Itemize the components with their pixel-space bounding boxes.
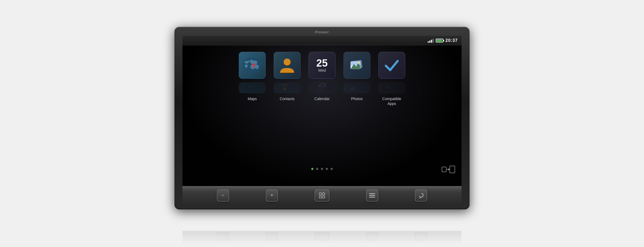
grid-button-reflection <box>314 232 330 240</box>
app-icon-contacts-reflection <box>274 82 301 93</box>
app-label-compatible-apps: CompatibleApps <box>382 96 401 106</box>
screen: 20:37 <box>182 36 462 186</box>
brand-label: Pioneer <box>180 29 464 36</box>
signal-bar-1 <box>428 41 429 43</box>
pagination-dot-1[interactable] <box>311 168 313 170</box>
back-button[interactable] <box>415 189 427 202</box>
contacts-svg-reflection <box>274 82 295 93</box>
resize-svg <box>442 166 455 173</box>
svg-rect-16 <box>442 167 446 172</box>
menu-icon <box>369 193 375 198</box>
maps-svg-reflection <box>239 82 261 93</box>
svg-rect-17 <box>450 166 455 173</box>
grid-button[interactable] <box>314 189 330 202</box>
app-grid: Maps <box>182 52 462 106</box>
svg-rect-15 <box>350 87 355 91</box>
app-label-calendar: Calendar <box>314 96 330 101</box>
plus-icon: + <box>270 192 273 198</box>
signal-bar-3 <box>431 40 432 43</box>
app-item-contacts[interactable]: Contacts <box>274 52 301 101</box>
minus-button-reflection <box>217 232 229 240</box>
app-item-calendar[interactable]: 25 Wed 25 Wed Calendar <box>309 52 335 101</box>
app-icon-contacts <box>274 52 301 79</box>
device-bezel: Pioneer 20:37 <box>174 27 470 209</box>
svg-point-2 <box>252 63 255 66</box>
app-icon-compatible-apps <box>378 52 405 79</box>
calendar-day-number: 25 <box>316 58 328 68</box>
grid-icon <box>319 192 325 198</box>
app-item-compatible-apps[interactable]: CompatibleApps <box>378 52 405 106</box>
app-icon-photos-reflection <box>343 82 370 93</box>
photos-svg-reflection <box>344 85 363 93</box>
app-item-photos[interactable]: Photos <box>343 52 370 101</box>
signal-bar-2 <box>429 41 430 43</box>
app-icon-photos <box>343 52 370 79</box>
app-icon-calendar-reflection: 25 Wed <box>309 82 335 93</box>
compatible-apps-svg-reflection <box>379 82 400 93</box>
app-icon-maps <box>239 52 266 79</box>
plus-button-reflection <box>266 232 278 240</box>
back-button-reflection <box>415 232 427 240</box>
app-item-maps[interactable]: Maps <box>239 52 266 101</box>
pagination-dot-2[interactable] <box>316 168 318 170</box>
svg-rect-23 <box>369 195 375 196</box>
svg-rect-21 <box>323 196 325 198</box>
calendar-day-name: Wed <box>318 68 326 72</box>
compatible-apps-svg <box>381 55 402 76</box>
app-label-contacts: Contacts <box>280 96 294 101</box>
signal-bars-icon <box>428 38 434 43</box>
calendar-content: 25 Wed <box>316 58 328 72</box>
app-icon-compatible-apps-reflection <box>378 82 405 93</box>
time-display: 20:37 <box>445 38 458 43</box>
svg-rect-22 <box>369 193 375 194</box>
app-icon-calendar: 25 Wed <box>309 52 335 79</box>
app-label-photos: Photos <box>351 96 363 101</box>
contacts-svg <box>276 55 298 76</box>
back-icon <box>418 192 424 198</box>
pagination-dot-5[interactable] <box>331 168 333 170</box>
signal-bar-4 <box>433 39 434 43</box>
svg-point-6 <box>284 59 291 66</box>
maps-svg <box>241 55 263 76</box>
app-icon-maps-reflection <box>239 82 266 93</box>
battery-fill <box>437 39 442 42</box>
menu-button[interactable] <box>366 189 378 202</box>
svg-rect-24 <box>369 197 375 198</box>
screen-resize-icon[interactable] <box>442 166 455 173</box>
app-label-maps: Maps <box>248 96 257 101</box>
menu-button-reflection <box>366 232 378 240</box>
status-bar: 20:37 <box>182 36 462 45</box>
battery-icon <box>436 39 443 42</box>
device-reflection <box>182 231 462 244</box>
pagination-dot-3[interactable] <box>321 168 323 170</box>
plus-button[interactable]: + <box>266 189 278 202</box>
minus-icon: − <box>222 192 225 198</box>
svg-point-5 <box>250 87 251 89</box>
minus-button[interactable]: − <box>217 189 229 202</box>
pagination-dot-4[interactable] <box>326 168 328 170</box>
svg-rect-19 <box>323 193 325 195</box>
svg-rect-18 <box>319 193 321 195</box>
svg-point-7 <box>283 88 287 91</box>
svg-point-14 <box>358 62 359 64</box>
pagination-dots <box>311 168 333 170</box>
photos-svg <box>347 57 367 74</box>
svg-rect-20 <box>319 196 321 198</box>
control-bar: − + <box>182 186 462 204</box>
device-wrapper: Pioneer 20:37 <box>174 27 470 220</box>
